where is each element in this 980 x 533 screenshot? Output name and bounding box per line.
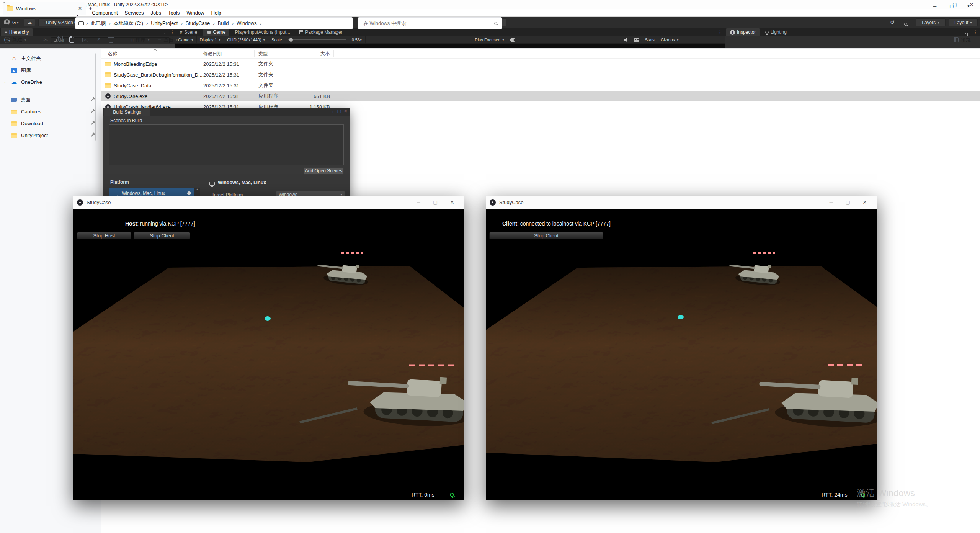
close-icon[interactable]: ✕ bbox=[444, 199, 461, 205]
new-button[interactable]: +新建▾ bbox=[4, 36, 26, 43]
stop-button[interactable]: Stop Host bbox=[77, 232, 131, 239]
breadcrumb-item[interactable]: UnityProject bbox=[149, 20, 184, 26]
breadcrumb-item[interactable]: Windows bbox=[235, 20, 263, 26]
sidebar-item-label: 桌面 bbox=[21, 96, 31, 103]
address-bar: ← → ↑ ↻ › 此电脑本地磁盘 (C:)UnityProjectStudyC… bbox=[0, 15, 516, 31]
copy-icon[interactable] bbox=[57, 37, 61, 42]
window-title: StudyCase bbox=[499, 199, 524, 205]
sidebar-item-label: Download bbox=[21, 121, 43, 126]
network-status: Host: running via KCP [7777] bbox=[125, 221, 195, 227]
file-row[interactable]: StudyCase.exe 2025/12/2 15:31 应用程序 651 K… bbox=[101, 91, 516, 101]
breadcrumb-item[interactable]: Build bbox=[216, 20, 235, 26]
sidebar-item[interactable]: › UnityProject bbox=[0, 129, 101, 141]
cut-icon[interactable]: ✂ bbox=[44, 36, 49, 43]
close-tab-icon[interactable]: ✕ bbox=[78, 6, 82, 11]
sidebar-item-icon bbox=[11, 56, 17, 62]
maximize-icon[interactable]: ▢ bbox=[337, 109, 341, 114]
screen: StudyCase - MirrorTanks - Windows, Mac, … bbox=[0, 0, 980, 533]
sidebar-item[interactable]: › bbox=[5, 90, 96, 94]
quality-label: Q: ---- bbox=[861, 492, 875, 498]
folder-icon bbox=[7, 6, 13, 11]
sidebar-scrollbar[interactable] bbox=[95, 53, 96, 141]
game-window-client: StudyCase ─ ▢ ✕ Client: connected to loc… bbox=[486, 196, 877, 500]
column-type[interactable]: 类型 bbox=[255, 50, 300, 57]
sidebar-item-icon bbox=[11, 109, 17, 115]
pin-icon bbox=[91, 122, 94, 125]
file-row[interactable]: MonoBleedingEdge 2025/12/2 15:31 文件夹 bbox=[101, 59, 516, 69]
rename-icon[interactable]: A bbox=[82, 38, 88, 42]
sidebar-item[interactable]: › OneDrive bbox=[0, 76, 101, 88]
build-settings-header: Build Settings ⋮ ▢ ✕ bbox=[103, 108, 350, 116]
more-icon[interactable]: ⋯ bbox=[186, 36, 192, 43]
minimize-icon[interactable]: ─ bbox=[823, 199, 840, 205]
maximize-icon[interactable]: ▢ bbox=[840, 199, 856, 205]
game-window-titlebar[interactable]: StudyCase ─ ▢ ✕ bbox=[486, 196, 877, 209]
file-name: MonoBleedingEdge bbox=[114, 61, 157, 67]
file-type: 文件夹 bbox=[255, 60, 300, 67]
close-icon[interactable]: ✕ bbox=[856, 199, 873, 205]
pin-icon bbox=[91, 134, 94, 137]
scenes-in-build-list[interactable] bbox=[109, 124, 344, 165]
file-type: 文件夹 bbox=[255, 71, 300, 78]
close-icon[interactable]: ✕ bbox=[344, 109, 347, 114]
tab-build-settings[interactable]: Build Settings bbox=[104, 108, 150, 116]
breadcrumb[interactable]: › 此电脑本地磁盘 (C:)UnityProjectStudyCaseBuild… bbox=[75, 17, 353, 29]
game-window-titlebar[interactable]: StudyCase ─ ▢ ✕ bbox=[73, 196, 464, 209]
platform-header: Windows, Mac, Linux bbox=[218, 180, 266, 185]
column-date[interactable]: 修改日期 bbox=[199, 50, 255, 57]
file-date: 2025/12/2 15:31 bbox=[199, 93, 255, 99]
sidebar-item-label: Captures bbox=[21, 109, 41, 114]
explorer-sidebar: › 主文件夹 › 图库 › OneDrive bbox=[0, 49, 101, 146]
monitor-icon bbox=[209, 180, 215, 187]
sort-button[interactable]: ↑↓排序▾ bbox=[131, 36, 150, 43]
stop-button[interactable]: Stop Client bbox=[489, 232, 603, 239]
sidebar-item[interactable]: › Download bbox=[0, 118, 101, 129]
add-open-scenes-button[interactable]: Add Open Scenes bbox=[304, 167, 344, 175]
file-date: 2025/12/2 15:31 bbox=[199, 83, 255, 88]
file-row[interactable]: StudyCase_BurstDebugInformation_D... 202… bbox=[101, 69, 516, 80]
kebab-menu-icon[interactable]: ⋮ bbox=[331, 109, 335, 114]
sidebar-item-icon bbox=[11, 121, 17, 127]
column-size[interactable]: 大小 bbox=[300, 50, 334, 57]
breadcrumb-item[interactable]: StudyCase bbox=[184, 20, 216, 26]
up-icon[interactable]: ↑ bbox=[43, 19, 46, 25]
sidebar-item[interactable]: › 图库 bbox=[0, 64, 101, 76]
refresh-icon[interactable]: ↻ bbox=[60, 19, 65, 26]
view-button[interactable]: ≡查看▾ bbox=[158, 36, 178, 43]
breadcrumb-item[interactable]: 此电脑 bbox=[89, 20, 112, 27]
sidebar-item-label: OneDrive bbox=[21, 79, 42, 85]
file-name: StudyCase.exe bbox=[114, 93, 147, 99]
maximize-icon[interactable]: ▢ bbox=[427, 199, 444, 205]
sidebar-item-icon bbox=[11, 98, 17, 102]
sidebar-item[interactable]: › 主文件夹 bbox=[0, 52, 101, 64]
search-input[interactable] bbox=[363, 20, 494, 26]
file-icon bbox=[105, 61, 111, 67]
forward-icon[interactable]: → bbox=[26, 19, 32, 25]
scenes-in-build-label: Scenes In Build bbox=[110, 118, 142, 123]
new-tab-icon[interactable]: + bbox=[89, 5, 92, 11]
back-icon[interactable]: ← bbox=[8, 19, 13, 25]
pin-icon bbox=[91, 110, 94, 113]
file-row[interactable]: StudyCase_Data 2025/12/2 15:31 文件夹 bbox=[101, 80, 516, 91]
stop-button[interactable]: Stop Client bbox=[134, 232, 190, 239]
explorer-tab[interactable]: Windows ✕ bbox=[3, 2, 86, 15]
sidebar-item-icon bbox=[11, 68, 17, 73]
share-icon[interactable]: ↗ bbox=[96, 37, 101, 43]
delete-icon[interactable] bbox=[109, 37, 113, 43]
platform-icon bbox=[113, 191, 118, 196]
this-pc-icon bbox=[78, 21, 84, 25]
plus-icon: + bbox=[4, 37, 10, 43]
explorer-search[interactable] bbox=[358, 17, 502, 29]
chevron-right-icon[interactable]: › bbox=[4, 80, 5, 85]
sidebar-item-icon bbox=[11, 132, 17, 139]
paste-icon[interactable] bbox=[69, 37, 74, 43]
tank-scene bbox=[486, 209, 877, 500]
sidebar-item[interactable]: › Captures bbox=[0, 106, 101, 118]
minimize-icon[interactable]: ─ bbox=[410, 199, 427, 205]
sidebar-item[interactable]: › 桌面 bbox=[0, 94, 101, 106]
breadcrumb-item[interactable]: 本地磁盘 (C:) bbox=[112, 20, 150, 27]
column-name[interactable]: 名称 bbox=[101, 50, 199, 57]
rtt-label: RTT: 0ms bbox=[412, 492, 434, 498]
window-title: StudyCase bbox=[87, 199, 111, 205]
sidebar-item-label: 图库 bbox=[21, 67, 31, 74]
